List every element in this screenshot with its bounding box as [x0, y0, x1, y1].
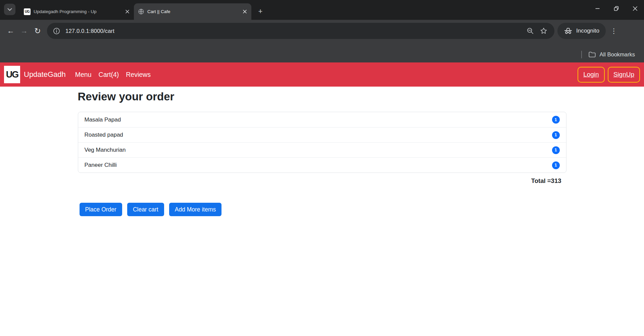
all-bookmarks-button[interactable]: All Bookmarks	[600, 51, 635, 58]
quantity-badge: 1	[552, 146, 560, 154]
folder-icon	[589, 52, 596, 57]
browser-window: UG Updategadh Programming - Up Cart || C…	[0, 0, 644, 336]
bookmark-star-icon[interactable]	[539, 26, 548, 36]
cart-items-list: Masala Papad 1 Roasted papad 1 Veg Manch…	[78, 112, 566, 173]
page-title: Review your order	[78, 90, 566, 103]
tab-title: Cart || Cafe	[147, 9, 238, 14]
item-name: Veg Manchurian	[85, 147, 126, 153]
web-page: UG UpdateGadh Menu Cart(4) Reviews Login…	[0, 62, 644, 336]
nav-link-cart[interactable]: Cart(4)	[99, 71, 119, 79]
quantity-badge: 1	[552, 116, 560, 124]
signup-button[interactable]: SignUp	[608, 67, 640, 83]
tab-strip: UG Updategadh Programming - Up Cart || C…	[0, 0, 644, 20]
cart-item-row: Paneer Chilli 1	[78, 157, 566, 173]
item-name: Paneer Chilli	[85, 162, 117, 169]
globe-icon	[138, 8, 144, 15]
minimize-window-icon[interactable]	[592, 3, 602, 13]
tab-title: Updategadh Programming - Up	[34, 9, 121, 14]
cart-item-row: Masala Papad 1	[78, 112, 566, 127]
cart-item-row: Veg Manchurian 1	[78, 142, 566, 157]
incognito-badge[interactable]: Incognito	[557, 23, 606, 39]
tab-updategadh[interactable]: UG Updategadh Programming - Up	[20, 3, 134, 20]
quantity-badge: 1	[552, 131, 560, 139]
cart-total: Total =313	[78, 177, 566, 185]
login-button[interactable]: Login	[578, 67, 605, 83]
incognito-label: Incognito	[576, 28, 599, 34]
close-tab-icon[interactable]	[124, 8, 131, 15]
updategadh-logo[interactable]: UG	[4, 66, 20, 83]
url-text[interactable]: 127.0.0.1:8000/cart	[65, 28, 114, 34]
window-controls	[592, 3, 640, 13]
nav-link-reviews[interactable]: Reviews	[126, 71, 151, 79]
bookmarks-bar: All Bookmarks	[0, 42, 644, 62]
site-navbar: UG UpdateGadh Menu Cart(4) Reviews Login…	[0, 62, 644, 87]
cart-item-row: Roasted papad 1	[78, 127, 566, 142]
close-window-icon[interactable]	[630, 3, 640, 13]
add-more-items-button[interactable]: Add More items	[169, 203, 222, 216]
back-icon[interactable]: ←	[4, 24, 17, 38]
chevron-down-icon	[7, 8, 12, 11]
restore-window-icon[interactable]	[611, 3, 621, 13]
updategadh-favicon-icon: UG	[24, 8, 31, 15]
item-name: Roasted papad	[85, 132, 123, 138]
quantity-badge: 1	[552, 161, 560, 169]
browser-toolbar: ← → ↻ 127.0.0.1:8000/cart	[0, 20, 644, 42]
item-name: Masala Papad	[85, 116, 121, 123]
incognito-icon	[564, 27, 573, 35]
cart-actions: Place Order Clear cart Add More items	[78, 203, 566, 216]
close-tab-icon[interactable]	[241, 8, 248, 15]
nav-link-menu[interactable]: Menu	[75, 71, 92, 79]
bookmarks-separator	[581, 51, 582, 58]
tab-cart-cafe[interactable]: Cart || Cafe	[134, 3, 251, 20]
site-nav-links: Menu Cart(4) Reviews	[75, 71, 151, 79]
content-container: Review your order Masala Papad 1 Roasted…	[78, 87, 566, 216]
address-bar[interactable]: 127.0.0.1:8000/cart	[47, 23, 554, 39]
new-tab-button[interactable]: +	[255, 6, 265, 16]
place-order-button[interactable]: Place Order	[80, 203, 122, 216]
tab-search-button[interactable]	[4, 4, 15, 15]
site-info-icon[interactable]	[52, 26, 61, 36]
forward-icon[interactable]: →	[17, 24, 31, 38]
tabs: UG Updategadh Programming - Up Cart || C…	[20, 3, 251, 20]
clear-cart-button[interactable]: Clear cart	[127, 203, 164, 216]
zoom-out-icon[interactable]	[526, 26, 535, 36]
site-brand[interactable]: UpdateGadh	[24, 70, 66, 79]
reload-icon[interactable]: ↻	[31, 24, 44, 38]
browser-menu-icon[interactable]: ⋮	[607, 25, 620, 37]
